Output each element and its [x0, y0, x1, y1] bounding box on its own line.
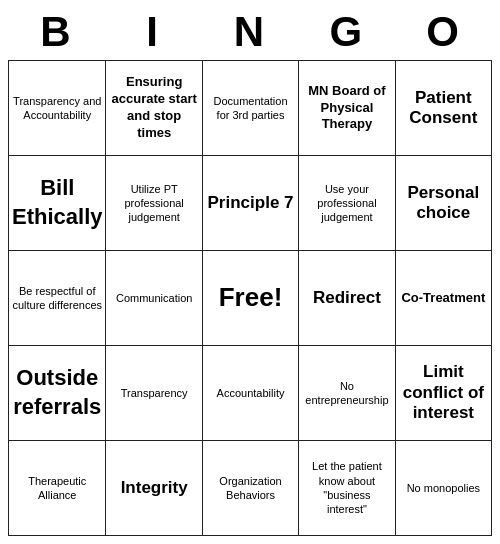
cell-r4-c4: No monopolies [395, 441, 491, 536]
cell-r4-c3: Let the patient know about "business int… [299, 441, 395, 536]
title-o: O [395, 8, 492, 56]
cell-r0-c4: Patient Consent [395, 61, 491, 156]
cell-r1-c4: Personal choice [395, 156, 491, 251]
cell-r2-c1: Communication [106, 251, 202, 346]
title-i: I [105, 8, 202, 56]
cell-r4-c2: Organization Behaviors [202, 441, 298, 536]
cell-r3-c0: Outside referrals [9, 346, 106, 441]
bingo-grid: Transparency and AccountabilityEnsuring … [8, 60, 492, 536]
cell-r3-c1: Transparency [106, 346, 202, 441]
title-b: B [8, 8, 105, 56]
cell-r0-c0: Transparency and Accountability [9, 61, 106, 156]
cell-r4-c1: Integrity [106, 441, 202, 536]
cell-r0-c3: MN Board of Physical Therapy [299, 61, 395, 156]
title-g: G [298, 8, 395, 56]
cell-r2-c3: Redirect [299, 251, 395, 346]
cell-r0-c1: Ensuring accurate start and stop times [106, 61, 202, 156]
title-n: N [202, 8, 299, 56]
cell-r4-c0: Therapeutic Alliance [9, 441, 106, 536]
cell-r2-c4: Co-Treatment [395, 251, 491, 346]
bingo-title: B I N G O [8, 8, 492, 56]
cell-r0-c2: Documentation for 3rd parties [202, 61, 298, 156]
cell-r1-c0: Bill Ethically [9, 156, 106, 251]
cell-r1-c3: Use your professional judgement [299, 156, 395, 251]
cell-r2-c2: Free! [202, 251, 298, 346]
cell-r3-c4: Limit conflict of interest [395, 346, 491, 441]
cell-r1-c2: Principle 7 [202, 156, 298, 251]
cell-r1-c1: Utilize PT professional judgement [106, 156, 202, 251]
cell-r3-c2: Accountability [202, 346, 298, 441]
cell-r3-c3: No entrepreneurship [299, 346, 395, 441]
cell-r2-c0: Be respectful of culture differences [9, 251, 106, 346]
